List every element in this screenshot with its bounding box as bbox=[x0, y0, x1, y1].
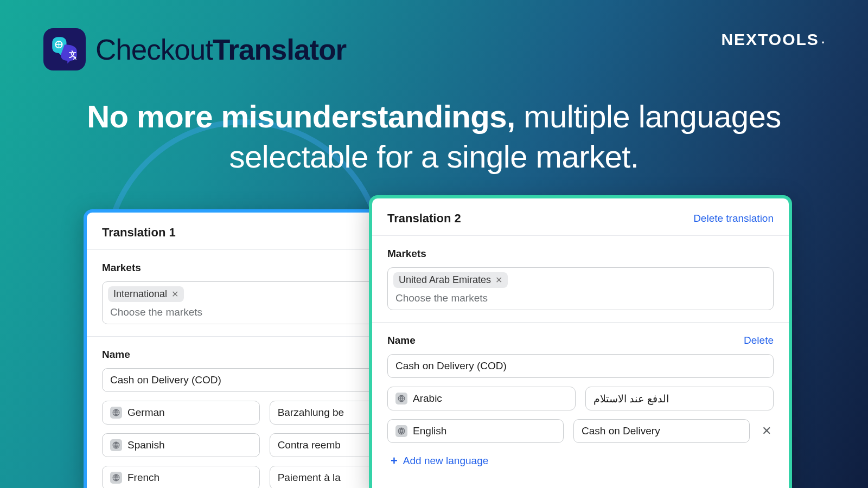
chip-remove-icon[interactable]: ✕ bbox=[495, 275, 502, 285]
brand-mark: NEXTOOLS. bbox=[721, 30, 826, 49]
lang-select-french[interactable]: French bbox=[102, 466, 260, 488]
translation-input-arabic[interactable] bbox=[585, 387, 774, 410]
remove-row-icon[interactable]: ✕ bbox=[760, 424, 774, 438]
card2-markets-input[interactable]: United Arab Emirates ✕ Choose the market… bbox=[387, 267, 774, 310]
divider bbox=[372, 322, 789, 323]
lang-label: Spanish bbox=[127, 439, 165, 451]
markets-placeholder: Choose the markets bbox=[393, 291, 768, 304]
logo-text-thin: Checkout bbox=[95, 34, 213, 66]
chip-remove-icon[interactable]: ✕ bbox=[171, 289, 178, 299]
hero-headline: No more misunderstandings, multiple lang… bbox=[0, 97, 868, 177]
card2-markets-label: Markets bbox=[387, 248, 774, 260]
delete-name-link[interactable]: Delete bbox=[744, 335, 774, 346]
logo-badge-icon: 文 A bbox=[43, 28, 86, 70]
brand-dot: . bbox=[819, 33, 826, 47]
plus-icon: + bbox=[391, 454, 398, 468]
translate-icon bbox=[395, 393, 407, 404]
product-logo: 文 A CheckoutTranslator bbox=[43, 28, 346, 70]
add-language-button[interactable]: + Add new language bbox=[387, 454, 774, 468]
logo-text-bold: Translator bbox=[213, 34, 346, 66]
divider bbox=[372, 235, 789, 236]
brand-text: NEXTOOLS bbox=[721, 30, 819, 49]
translate-icon bbox=[110, 407, 122, 419]
lang-select-arabic[interactable]: Arabic bbox=[387, 387, 576, 410]
translate-icon bbox=[395, 425, 407, 437]
svg-text:A: A bbox=[73, 55, 77, 61]
translation-card-2: Translation 2 Delete translation Markets… bbox=[369, 195, 792, 488]
lang-select-german[interactable]: German bbox=[102, 401, 260, 425]
card2-name-input[interactable] bbox=[387, 354, 774, 378]
lang-label: English bbox=[413, 425, 446, 437]
chip-label: United Arab Emirates bbox=[399, 274, 491, 286]
lang-label: French bbox=[127, 472, 159, 484]
lang-select-english[interactable]: English bbox=[387, 419, 564, 443]
chip-label: International bbox=[113, 288, 167, 300]
translate-icon bbox=[110, 472, 122, 484]
add-language-label: Add new language bbox=[403, 455, 488, 467]
card2-title: Translation 2 bbox=[387, 211, 461, 226]
card1-title: Translation 1 bbox=[102, 226, 176, 240]
translation-input-english[interactable] bbox=[573, 419, 750, 443]
market-chip[interactable]: United Arab Emirates ✕ bbox=[393, 272, 508, 288]
headline-strong: No more misunderstandings, bbox=[87, 99, 515, 134]
translate-icon bbox=[110, 439, 122, 451]
lang-select-spanish[interactable]: Spanish bbox=[102, 433, 260, 457]
lang-label: German bbox=[127, 407, 165, 419]
market-chip[interactable]: International ✕ bbox=[108, 286, 184, 302]
logo-text: CheckoutTranslator bbox=[95, 33, 346, 66]
card2-name-label: Name bbox=[387, 335, 416, 346]
lang-label: Arabic bbox=[413, 393, 442, 404]
delete-translation-link[interactable]: Delete translation bbox=[693, 213, 774, 224]
